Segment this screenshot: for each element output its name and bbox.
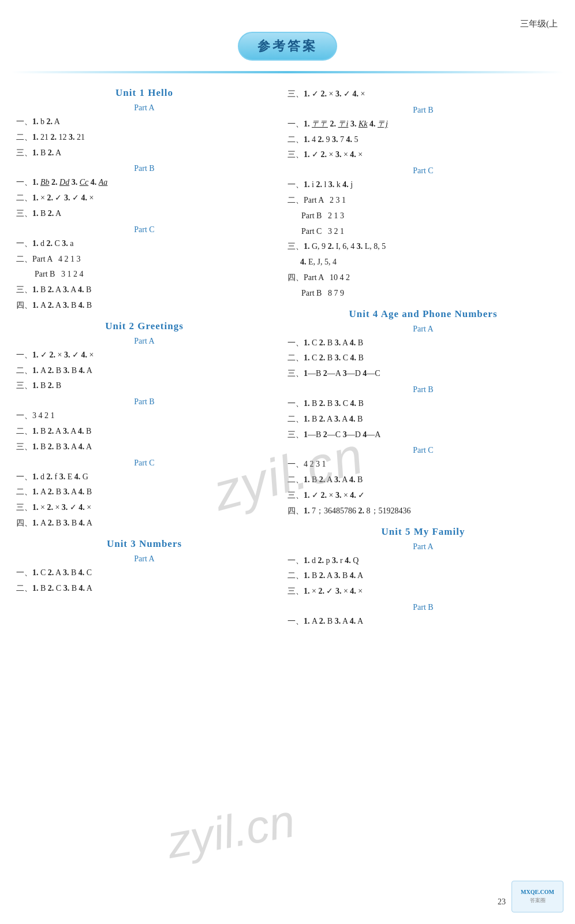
unit4-parta-title: Part A: [283, 325, 563, 334]
unit2-partc-line3: 三、1. × 2. × 3. ✓ 4. ×: [12, 501, 277, 515]
unit1-partb-line1: 一、1. Bb 2. Dd 3. Cc 4. Aa: [12, 176, 277, 189]
unit2-title: Unit 2 Greetings: [12, 321, 277, 332]
unit4-partb-title: Part B: [283, 385, 563, 394]
unit1-parta-title: Part A: [12, 103, 277, 113]
unit1-partc-line5: 四、1. A 2. A 3. B 4. B: [12, 299, 277, 312]
page-title-wrap: 参考答案: [0, 0, 575, 71]
unit2-parta-line3: 三、1. B 2. B: [12, 379, 277, 393]
unit1-partb-line2: 二、1. × 2. ✓ 3. ✓ 4. ×: [12, 191, 277, 205]
unit2-partb-line2: 二、1. B 2. A 3. A 4. B: [12, 424, 277, 438]
top-divider: [12, 71, 563, 73]
unit2-parta-line2: 二、1. A 2. B 3. B 4. A: [12, 364, 277, 378]
unit3-parta-title: Part A: [12, 554, 277, 564]
unit2-parta-line1: 一、1. ✓ 2. × 3. ✓ 4. ×: [12, 348, 277, 362]
unit3-partb-line1: 一、1. 〒〒 2. 〒i 3. Kk 4. 〒j: [283, 117, 563, 131]
unit3-partc-line6: 4. E, J, 5, 4: [283, 255, 563, 269]
unit4-partc-line4: 四、1. 7；36485786 2. 8；51928436: [283, 504, 563, 518]
unit4-partc-title: Part C: [283, 446, 563, 455]
unit3-partc-line4: Part C 3 2 1: [283, 225, 563, 239]
unit3-parta-extra: 三、1. ✓ 2. × 3. ✓ 4. ×: [283, 87, 563, 101]
unit2-partc-title: Part C: [12, 459, 277, 468]
unit5-partb-title: Part B: [283, 603, 563, 612]
unit3-title: Unit 3 Numbers: [12, 538, 277, 550]
unit4-parta-line3: 三、1—B 2—A 3—D 4—C: [283, 367, 563, 381]
unit2-parta-title: Part A: [12, 337, 277, 346]
unit3-partc-line1: 一、1. i 2. l 3. k 4. j: [283, 178, 563, 192]
unit1-partb-line3: 三、1. B 2. A: [12, 207, 277, 221]
watermark-bottom: zyil.cn: [29, 774, 433, 889]
unit3-partb-title: Part B: [283, 106, 563, 115]
unit1-partc-line1: 一、1. d 2. C 3. a: [12, 237, 277, 251]
unit2-partc-line2: 二、1. A 2. B 3. A 4. B: [12, 485, 277, 499]
unit4-parta-line1: 一、1. C 2. B 3. A 4. B: [283, 336, 563, 350]
unit3-partc-title: Part C: [283, 166, 563, 176]
unit1-partc-line2: 二、Part A 4 2 1 3: [12, 252, 277, 266]
unit3-parta-line1: 一、1. C 2. A 3. B 4. C: [12, 566, 277, 580]
unit1-title: Unit 1 Hello: [12, 87, 277, 99]
unit1-partc-title: Part C: [12, 225, 277, 234]
unit2-partc-line1: 一、1. d 2. f 3. E 4. G: [12, 470, 277, 484]
unit3-partc-line2: 二、Part A 2 3 1: [283, 193, 563, 207]
unit1-parta-line1: 一、1. b 2. A: [12, 115, 277, 129]
unit4-partb-line1: 一、1. B 2. B 3. C 4. B: [283, 397, 563, 411]
unit5-parta-line1: 一、1. d 2. p 3. r 4. Q: [283, 554, 563, 568]
page-title-bubble: 参考答案: [238, 32, 337, 61]
left-column: Unit 1 Hello Part A 一、1. b 2. A 二、1. 21 …: [12, 79, 277, 630]
unit5-title: Unit 5 My Family: [283, 526, 563, 538]
unit1-partb-title: Part B: [12, 164, 277, 173]
unit4-partb-line2: 二、1. B 2. A 3. A 4. B: [283, 412, 563, 426]
top-right-label: 三年级(上: [520, 18, 558, 29]
unit5-parta-title: Part A: [283, 542, 563, 552]
unit3-partc-line8: Part B 8 7 9: [283, 286, 563, 300]
unit5-parta-line2: 二、1. B 2. A 3. B 4. A: [283, 569, 563, 583]
unit5-partb-line1: 一、1. A 2. B 3. A 4. A: [283, 614, 563, 628]
unit1-partc-line4: 三、1. B 2. A 3. A 4. B: [12, 283, 277, 297]
unit3-partb-line3: 三、1. ✓ 2. × 3. × 4. ×: [283, 148, 563, 162]
unit1-parta-line3: 三、1. B 2. A: [12, 146, 277, 160]
unit1-parta-line2: 二、1. 21 2. 12 3. 21: [12, 131, 277, 144]
bottom-right-logo: MXQE.COM 答案圈: [511, 881, 563, 912]
unit2-partb-line1: 一、3 4 2 1: [12, 409, 277, 423]
unit4-parta-line2: 二、1. C 2. B 3. C 4. B: [283, 351, 563, 365]
unit4-partb-line3: 三、1—B 2—C 3—D 4—A: [283, 428, 563, 442]
unit4-title: Unit 4 Age and Phone Numbers: [283, 308, 563, 320]
right-column: 三、1. ✓ 2. × 3. ✓ 4. × Part B 一、1. 〒〒 2. …: [283, 79, 563, 630]
unit2-partb-line3: 三、1. B 2. B 3. A 4. A: [12, 440, 277, 454]
unit3-partc-line3: Part B 2 1 3: [283, 209, 563, 223]
unit3-partc-line5: 三、1. G, 9 2. I, 6, 4 3. L, 8, 5: [283, 240, 563, 254]
unit4-partc-line3: 三、1. ✓ 2. × 3. × 4. ✓: [283, 489, 563, 502]
unit1-partc-line3: Part B 3 1 2 4: [12, 267, 277, 281]
unit4-partc-line1: 一、4 2 3 1: [283, 457, 563, 471]
page-number: 23: [498, 897, 506, 907]
unit3-partb-line2: 二、1. 4 2. 9 3. 7 4. 5: [283, 133, 563, 147]
unit5-parta-line3: 三、1. × 2. ✓ 3. × 4. ×: [283, 584, 563, 598]
unit4-partc-line2: 二、1. B 2. A 3. A 4. B: [283, 473, 563, 487]
unit3-partc-line7: 四、Part A 10 4 2: [283, 271, 563, 285]
unit2-partb-title: Part B: [12, 397, 277, 407]
unit2-partc-line4: 四、1. A 2. B 3. B 4. A: [12, 516, 277, 530]
unit3-parta-line2: 二、1. B 2. C 3. B 4. A: [12, 582, 277, 595]
